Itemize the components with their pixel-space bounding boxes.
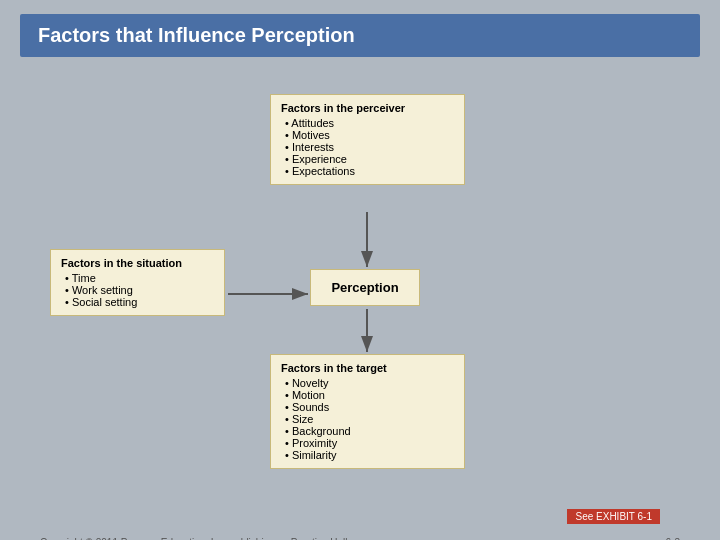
exhibit-badge: See EXHIBIT 6-1 (567, 509, 660, 524)
list-item: Work setting (65, 284, 214, 296)
target-box: Factors in the target Novelty Motion Sou… (270, 354, 465, 469)
list-item: Similarity (285, 449, 454, 461)
list-item: Sounds (285, 401, 454, 413)
list-item: Background (285, 425, 454, 437)
slide-title: Factors that Influence Perception (20, 14, 700, 57)
list-item: Size (285, 413, 454, 425)
list-item: Expectations (285, 165, 454, 177)
list-item: Proximity (285, 437, 454, 449)
perceiver-list: Attitudes Motives Interests Experience E… (281, 117, 454, 177)
list-item: Motion (285, 389, 454, 401)
perceiver-title: Factors in the perceiver (281, 102, 454, 114)
diagram-area: Factors in the perceiver Attitudes Motiv… (40, 84, 680, 504)
perception-box: Perception (310, 269, 420, 306)
list-item: Time (65, 272, 214, 284)
perception-label: Perception (331, 280, 398, 295)
target-list: Novelty Motion Sounds Size Background Pr… (281, 377, 454, 461)
list-item: Social setting (65, 296, 214, 308)
list-item: Novelty (285, 377, 454, 389)
target-title: Factors in the target (281, 362, 454, 374)
list-item: Attitudes (285, 117, 454, 129)
list-item: Interests (285, 141, 454, 153)
perceiver-box: Factors in the perceiver Attitudes Motiv… (270, 94, 465, 185)
situation-list: Time Work setting Social setting (61, 272, 214, 308)
situation-box: Factors in the situation Time Work setti… (50, 249, 225, 316)
slide-container: Factors that Influence Perception Factor… (0, 14, 720, 540)
situation-title: Factors in the situation (61, 257, 214, 269)
list-item: Motives (285, 129, 454, 141)
list-item: Experience (285, 153, 454, 165)
